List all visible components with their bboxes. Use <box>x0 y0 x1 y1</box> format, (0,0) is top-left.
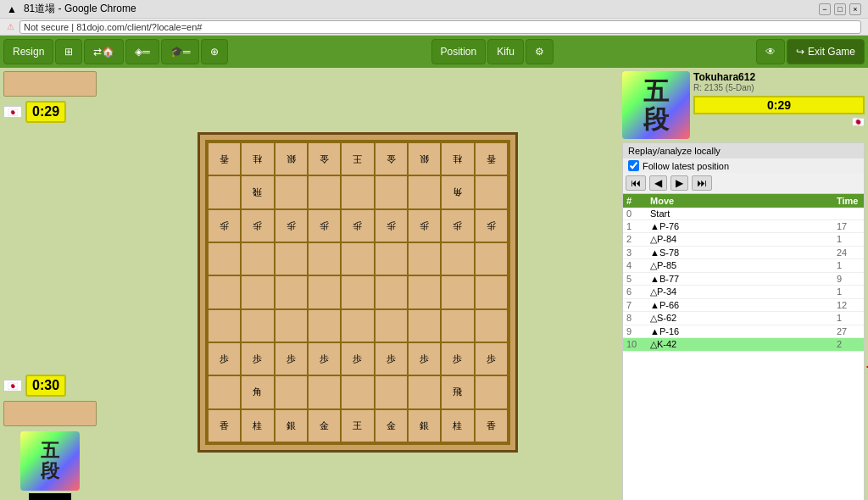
board-cell[interactable] <box>341 309 374 342</box>
hat-button[interactable]: 🎓═ <box>161 39 200 64</box>
board-cell[interactable] <box>375 275 408 308</box>
kifu-moves-list[interactable]: 0Start1▲P-76172△P-8413▲S-78244△P-8515▲B-… <box>623 208 864 377</box>
board-cell[interactable]: 歩 <box>475 209 508 242</box>
board-cell[interactable] <box>475 175 508 208</box>
position-button[interactable]: Position <box>431 39 487 64</box>
board-cell[interactable]: 香 <box>208 142 241 175</box>
board-cell[interactable] <box>475 275 508 308</box>
board-cell[interactable]: 銀 <box>275 409 308 442</box>
resign-button[interactable]: Resign <box>3 39 53 64</box>
board-cell[interactable] <box>408 275 441 308</box>
board-cell[interactable]: 歩 <box>241 209 274 242</box>
shogi-board[interactable]: 香桂銀金王金銀桂香飛角歩歩歩歩歩歩歩歩歩歩歩歩歩歩歩歩歩歩角飛香桂銀金王金銀桂香 <box>205 140 510 445</box>
plus-button[interactable]: ⊕ <box>201 39 228 64</box>
maximize-button[interactable]: □ <box>834 3 846 15</box>
board-cell[interactable]: 歩 <box>341 209 374 242</box>
board-cell[interactable] <box>408 242 441 275</box>
board-cell[interactable]: 飛 <box>441 375 474 408</box>
board-cell[interactable]: 歩 <box>441 209 474 242</box>
board-cell[interactable]: 歩 <box>341 342 374 375</box>
board-cell[interactable] <box>241 309 274 342</box>
board-cell[interactable] <box>275 242 308 275</box>
grid-button[interactable]: ⊞ <box>55 39 82 64</box>
board-cell[interactable] <box>375 242 408 275</box>
kifu-move-row[interactable]: 7▲P-6612 <box>623 299 864 312</box>
board-cell[interactable]: 金 <box>308 142 341 175</box>
kifu-move-row[interactable]: 10△K-422 <box>623 338 864 352</box>
board-cell[interactable] <box>308 275 341 308</box>
board-cell[interactable]: 歩 <box>275 209 308 242</box>
kifu-move-row[interactable]: 9▲P-1627 <box>623 325 864 338</box>
board-cell[interactable] <box>341 275 374 308</box>
board-cell[interactable] <box>308 375 341 408</box>
exit-button[interactable]: ↪ Exit Game <box>787 39 865 64</box>
board-cell[interactable]: 桂 <box>241 142 274 175</box>
kifu-button[interactable]: Kifu <box>487 39 524 64</box>
board-cell[interactable] <box>408 309 441 342</box>
kifu-first-button[interactable]: ⏮ <box>626 175 646 191</box>
board-cell[interactable] <box>475 309 508 342</box>
board-cell[interactable] <box>475 242 508 275</box>
board-cell[interactable] <box>375 375 408 408</box>
board-cell[interactable]: 歩 <box>375 342 408 375</box>
minimize-button[interactable]: − <box>819 3 831 15</box>
kifu-next-button[interactable]: ▶ <box>670 175 688 191</box>
board-cell[interactable] <box>275 375 308 408</box>
board-cell[interactable]: 香 <box>208 409 241 442</box>
board-cell[interactable]: 歩 <box>408 209 441 242</box>
board-cell[interactable] <box>441 309 474 342</box>
board-cell[interactable] <box>341 175 374 208</box>
board-cell[interactable] <box>475 375 508 408</box>
eye-button[interactable]: 👁 <box>756 39 785 64</box>
board-cell[interactable] <box>241 242 274 275</box>
board-cell[interactable]: 金 <box>375 409 408 442</box>
board-cell[interactable] <box>408 375 441 408</box>
board-cell[interactable]: 歩 <box>208 342 241 375</box>
board-cell[interactable]: 歩 <box>475 342 508 375</box>
board-cell[interactable]: 王 <box>341 409 374 442</box>
board-cell[interactable]: 歩 <box>441 342 474 375</box>
kifu-move-row[interactable]: 3▲S-7824 <box>623 247 864 259</box>
board-cell[interactable]: 銀 <box>275 142 308 175</box>
settings-button[interactable]: ⚙ <box>526 39 554 64</box>
board-cell[interactable]: 歩 <box>408 342 441 375</box>
board-cell[interactable] <box>375 175 408 208</box>
board-cell[interactable] <box>208 375 241 408</box>
kifu-prev-button[interactable]: ◀ <box>649 175 667 191</box>
close-button[interactable]: × <box>849 3 861 15</box>
board-cell[interactable]: 王 <box>341 142 374 175</box>
browser-controls[interactable]: − □ × <box>819 3 861 15</box>
board-cell[interactable]: 歩 <box>208 209 241 242</box>
board-cell[interactable]: 金 <box>375 142 408 175</box>
board-cell[interactable]: 角 <box>441 175 474 208</box>
board-cell[interactable] <box>341 242 374 275</box>
board-cell[interactable]: 桂 <box>241 409 274 442</box>
board-cell[interactable]: 銀 <box>408 409 441 442</box>
follow-checkbox[interactable] <box>628 160 639 171</box>
kifu-move-row[interactable]: 4△P-851 <box>623 259 864 273</box>
board-cell[interactable]: 銀 <box>408 142 441 175</box>
kifu-move-row[interactable]: 8△S-621 <box>623 312 864 325</box>
kifu-move-row[interactable]: 1▲P-7617 <box>623 220 864 233</box>
arrows-button[interactable]: ⇄🏠 <box>84 39 124 64</box>
board-cell[interactable] <box>241 275 274 308</box>
board-cell[interactable] <box>441 242 474 275</box>
board-cell[interactable] <box>441 275 474 308</box>
board-cell[interactable] <box>208 309 241 342</box>
board-cell[interactable] <box>375 309 408 342</box>
board-cell[interactable] <box>208 175 241 208</box>
filter-button[interactable]: ◈═ <box>125 39 159 64</box>
kifu-move-row[interactable]: 5▲B-779 <box>623 273 864 286</box>
kifu-move-row[interactable]: 6△P-341 <box>623 286 864 299</box>
board-cell[interactable] <box>208 275 241 308</box>
board-cell[interactable]: 香 <box>475 409 508 442</box>
board-cell[interactable] <box>308 242 341 275</box>
board-cell[interactable]: 桂 <box>441 409 474 442</box>
board-cell[interactable] <box>408 175 441 208</box>
kifu-last-button[interactable]: ⏭ <box>692 175 712 191</box>
board-cell[interactable] <box>275 275 308 308</box>
board-cell[interactable]: 香 <box>475 142 508 175</box>
board-cell[interactable]: 歩 <box>275 342 308 375</box>
board-cell[interactable]: 飛 <box>241 175 274 208</box>
board-cell[interactable]: 金 <box>308 409 341 442</box>
